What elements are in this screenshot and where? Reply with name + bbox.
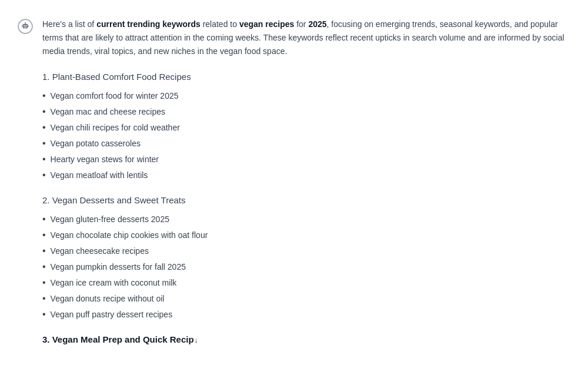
list-item: Vegan puff pastry dessert recipes: [42, 309, 564, 321]
list-item: Vegan chocolate chip cookies with oat fl…: [42, 229, 564, 242]
section-2-title: Vegan Desserts and Sweet Treats: [52, 195, 186, 205]
cursor-char: ↓: [195, 336, 199, 344]
message-content: Here's a list of current trending keywor…: [42, 18, 564, 347]
intro-bold3: 2025: [308, 19, 326, 29]
section-3-title: Vegan Meal Prep and Quick Recip: [52, 334, 194, 344]
list-item: Hearty vegan stews for winter: [42, 153, 564, 166]
list-item: Vegan potato casseroles: [42, 138, 564, 150]
section-2: 2. Vegan Desserts and Sweet Treats Vegan…: [42, 193, 564, 321]
section-1-heading: 1. Plant-Based Comfort Food Recipes: [42, 70, 564, 84]
section-1: 1. Plant-Based Comfort Food Recipes Vega…: [42, 70, 564, 182]
svg-point-3: [25, 22, 26, 24]
list-item: Vegan gluten-free desserts 2025: [42, 213, 564, 226]
intro-paragraph: Here's a list of current trending keywor…: [42, 18, 564, 58]
list-item: Vegan chili recipes for cold weather: [42, 122, 564, 134]
list-item: Vegan meatloaf with lentils: [42, 169, 564, 182]
list-item: Vegan comfort food for winter 2025: [42, 90, 564, 102]
content-area: Here's a list of current trending keywor…: [0, 0, 588, 382]
section-2-number: 2.: [42, 195, 50, 205]
section-2-list: Vegan gluten-free desserts 2025 Vegan ch…: [42, 213, 564, 321]
svg-point-1: [24, 25, 25, 26]
list-item: Vegan ice cream with coconut milk: [42, 277, 564, 289]
bot-icon: [18, 19, 33, 34]
section-1-title: Plant-Based Comfort Food Recipes: [52, 72, 191, 82]
section-3: 3. Vegan Meal Prep and Quick Recip↓: [42, 333, 564, 347]
list-item: Vegan donuts recipe without oil: [42, 293, 564, 305]
page-container: Here's a list of current trending keywor…: [0, 0, 588, 382]
section-3-heading: 3. Vegan Meal Prep and Quick Recip↓: [42, 333, 564, 347]
message-row: Here's a list of current trending keywor…: [18, 18, 564, 347]
intro-bold2: vegan recipes: [239, 19, 294, 29]
section-3-number: 3.: [42, 334, 50, 344]
intro-bold1: current trending keywords: [96, 19, 201, 29]
section-1-number: 1.: [42, 72, 50, 82]
section-2-heading: 2. Vegan Desserts and Sweet Treats: [42, 193, 564, 207]
list-item: Vegan pumpkin desserts for fall 2025: [42, 261, 564, 273]
section-1-list: Vegan comfort food for winter 2025 Vegan…: [42, 90, 564, 182]
list-item: Vegan mac and cheese recipes: [42, 106, 564, 118]
intro-mid1: related to: [201, 19, 239, 29]
intro-prefix: Here's a list of: [42, 19, 96, 29]
svg-point-2: [26, 25, 27, 26]
intro-mid2: for: [294, 19, 308, 29]
list-item: Vegan cheesecake recipes: [42, 245, 564, 257]
